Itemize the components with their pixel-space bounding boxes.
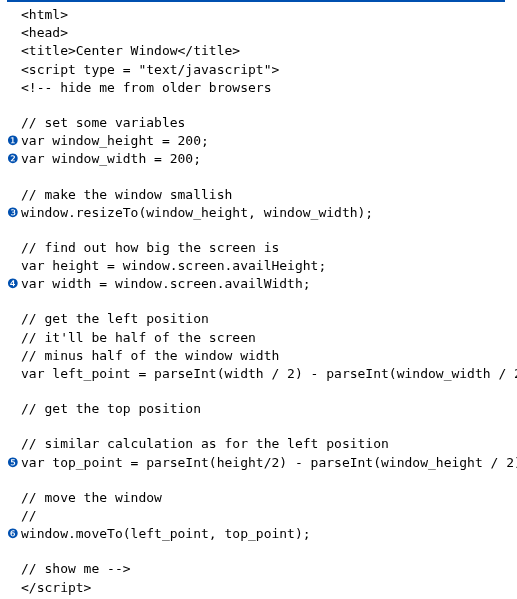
code-listing: <html><head><title>Center Window</title>…	[0, 0, 517, 599]
code-text: // find out how big the screen is	[21, 239, 279, 257]
code-line: ❻window.moveTo(left_point, top_point);	[7, 525, 517, 543]
code-line: var height = window.screen.availHeight;	[7, 257, 517, 275]
code-line: ❸window.resizeTo(window_height, window_w…	[7, 204, 517, 222]
code-line: <!-- hide me from older browsers	[7, 79, 517, 97]
blank-line	[7, 543, 517, 560]
blank-line	[7, 169, 517, 186]
code-line: <title>Center Window</title>	[7, 42, 517, 60]
callout-number: ❹	[7, 275, 21, 293]
code-text: var window_width = 200;	[21, 150, 201, 168]
code-text: // it'll be half of the screen	[21, 329, 256, 347]
callout-number: ❸	[7, 204, 21, 222]
code-block: <html><head><title>Center Window</title>…	[0, 2, 517, 599]
code-text: var height = window.screen.availHeight;	[21, 257, 326, 275]
code-line: ❷var window_width = 200;	[7, 150, 517, 168]
code-line: // get the top position	[7, 400, 517, 418]
code-text: // get the top position	[21, 400, 201, 418]
code-line: // get the left position	[7, 310, 517, 328]
code-line: // move the window	[7, 489, 517, 507]
code-text: var window_height = 200;	[21, 132, 209, 150]
code-text: // similar calculation as for the left p…	[21, 435, 389, 453]
blank-line	[7, 472, 517, 489]
code-line: // similar calculation as for the left p…	[7, 435, 517, 453]
blank-line	[7, 222, 517, 239]
code-text: <html>	[21, 6, 68, 24]
code-line: var left_point = parseInt(width / 2) - p…	[7, 365, 517, 383]
code-line: ❶var window_height = 200;	[7, 132, 517, 150]
code-text: <head>	[21, 24, 68, 42]
code-text: </script>	[21, 579, 91, 597]
code-text: // make the window smallish	[21, 186, 232, 204]
code-text: // minus half of the window width	[21, 347, 279, 365]
code-line: // make the window smallish	[7, 186, 517, 204]
code-line: // show me -->	[7, 560, 517, 578]
code-text: // show me -->	[21, 560, 131, 578]
blank-line	[7, 293, 517, 310]
code-text: window.resizeTo(window_height, window_wi…	[21, 204, 373, 222]
code-text: // get the left position	[21, 310, 209, 328]
code-text: <title>Center Window</title>	[21, 42, 240, 60]
blank-line	[7, 383, 517, 400]
blank-line	[7, 418, 517, 435]
code-line: //	[7, 507, 517, 525]
code-text: // set some variables	[21, 114, 185, 132]
blank-line	[7, 97, 517, 114]
code-line: <html>	[7, 6, 517, 24]
code-text: <!-- hide me from older browsers	[21, 79, 271, 97]
code-line: ❹var width = window.screen.availWidth;	[7, 275, 517, 293]
code-line: <head>	[7, 24, 517, 42]
code-line: <script type = "text/javascript">	[7, 61, 517, 79]
callout-number: ❻	[7, 525, 21, 543]
code-text: <script type = "text/javascript">	[21, 61, 279, 79]
callout-number: ❺	[7, 454, 21, 472]
code-text: var width = window.screen.availWidth;	[21, 275, 311, 293]
code-text: var left_point = parseInt(width / 2) - p…	[21, 365, 517, 383]
code-line: // set some variables	[7, 114, 517, 132]
code-line: </script>	[7, 579, 517, 597]
code-text: //	[21, 507, 37, 525]
code-text: var top_point = parseInt(height/2) - par…	[21, 454, 517, 472]
code-line: // it'll be half of the screen	[7, 329, 517, 347]
code-line: // minus half of the window width	[7, 347, 517, 365]
code-text: // move the window	[21, 489, 162, 507]
callout-number: ❷	[7, 150, 21, 168]
callout-number: ❶	[7, 132, 21, 150]
code-line: // find out how big the screen is	[7, 239, 517, 257]
code-text: window.moveTo(left_point, top_point);	[21, 525, 311, 543]
code-line: ❺var top_point = parseInt(height/2) - pa…	[7, 454, 517, 472]
